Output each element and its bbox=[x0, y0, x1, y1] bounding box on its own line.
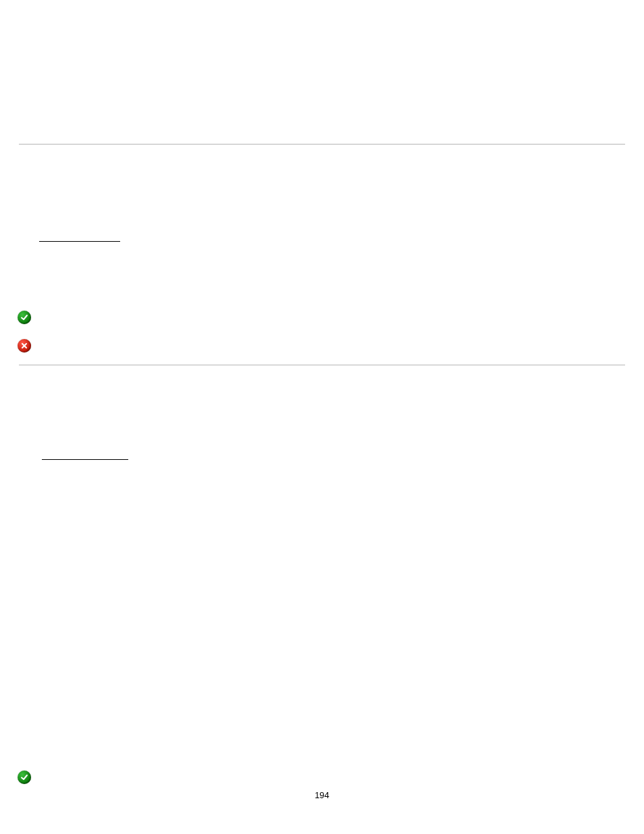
checkmark-icon bbox=[18, 771, 31, 784]
checkmark-icon bbox=[18, 311, 31, 324]
horizontal-rule bbox=[19, 365, 625, 365]
cross-icon bbox=[18, 339, 31, 353]
document-page: 194 bbox=[0, 0, 644, 834]
page-number: 194 bbox=[0, 790, 644, 800]
horizontal-rule bbox=[19, 144, 625, 145]
heading-underline bbox=[42, 459, 128, 460]
heading-underline bbox=[39, 241, 120, 242]
